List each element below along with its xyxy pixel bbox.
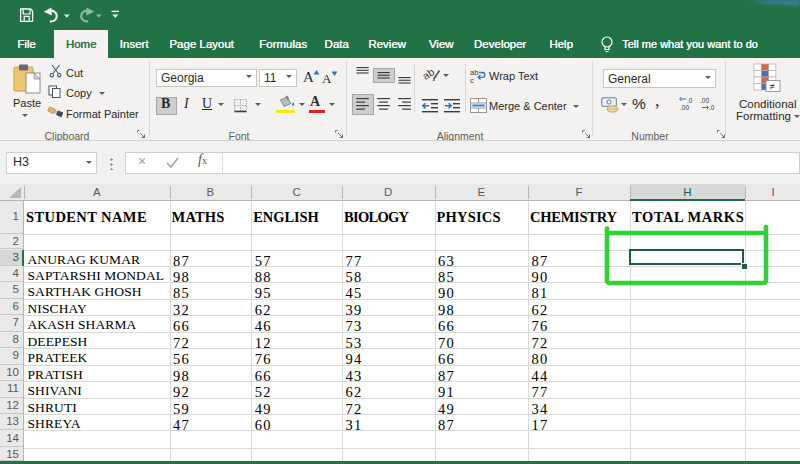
svg-text:.00: .00 (680, 104, 689, 111)
svg-text:.0: .0 (709, 104, 715, 111)
svg-text:.00: .00 (700, 97, 709, 104)
svg-text:.0: .0 (687, 97, 693, 104)
svg-text:ab: ab (423, 66, 436, 82)
svg-text:≠: ≠ (770, 81, 776, 92)
svg-text:c: c (470, 76, 474, 84)
